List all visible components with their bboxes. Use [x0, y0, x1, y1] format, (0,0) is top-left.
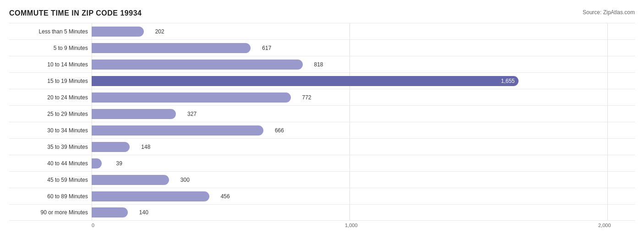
bar: 772 — [92, 92, 291, 103]
bar-row: 25 to 29 Minutes327 — [9, 105, 635, 122]
bar-area: 456 — [92, 188, 635, 204]
bar-row: 60 to 89 Minutes456 — [9, 188, 635, 204]
bar-label: 40 to 44 Minutes — [9, 160, 92, 167]
bar-value: 666 — [275, 127, 284, 134]
bar-row: 35 to 39 Minutes148 — [9, 138, 635, 155]
bar: 148 — [92, 142, 130, 152]
bar-area: 818 — [92, 56, 635, 72]
bar: 39 — [92, 158, 102, 168]
bar-area: 772 — [92, 89, 635, 105]
x-axis-label: 1,000 — [345, 223, 358, 228]
bar-label: Less than 5 Minutes — [9, 28, 92, 35]
bar-value: 1,655 — [501, 78, 515, 84]
x-axis-label: 0 — [92, 223, 94, 228]
bar-row: 20 to 24 Minutes772 — [9, 89, 635, 105]
bar-value: 617 — [262, 45, 271, 51]
bar-label: 30 to 34 Minutes — [9, 127, 92, 134]
bar-label: 35 to 39 Minutes — [9, 144, 92, 150]
x-axis-label: 2,000 — [598, 223, 611, 228]
bar-label: 5 to 9 Minutes — [9, 45, 92, 51]
bar-area: 666 — [92, 122, 635, 138]
bar: 202 — [92, 27, 144, 37]
bar-value: 772 — [302, 94, 311, 101]
bar-area: 39 — [92, 155, 635, 171]
bar-value: 327 — [187, 111, 196, 117]
bar-row: 45 to 59 Minutes300 — [9, 171, 635, 188]
bar-row: 40 to 44 Minutes39 — [9, 155, 635, 171]
bar-area: 617 — [92, 40, 635, 56]
bar-value: 202 — [155, 28, 164, 35]
bar-label: 45 to 59 Minutes — [9, 177, 92, 183]
bar-area: 1,655 — [92, 73, 635, 89]
bar-label: 20 to 24 Minutes — [9, 94, 92, 101]
bar-row: 10 to 14 Minutes818 — [9, 56, 635, 72]
x-axis: 01,0002,000 — [92, 223, 635, 232]
bar-area: 327 — [92, 106, 635, 122]
chart-container: COMMUTE TIME IN ZIP CODE 19934 Source: Z… — [0, 0, 644, 239]
bar-value: 456 — [221, 193, 230, 200]
bar-row: 15 to 19 Minutes1,655 — [9, 72, 635, 89]
bar-row: Less than 5 Minutes202 — [9, 23, 635, 39]
chart-title: COMMUTE TIME IN ZIP CODE 19934 — [9, 9, 142, 17]
bar-row: 30 to 34 Minutes666 — [9, 122, 635, 138]
bar-value: 39 — [116, 160, 122, 167]
bar-row: 5 to 9 Minutes617 — [9, 39, 635, 56]
bar: 666 — [92, 125, 263, 136]
bar: 1,655 — [92, 76, 518, 86]
bar: 456 — [92, 191, 209, 201]
bar-area: 202 — [92, 23, 635, 39]
bar-area: 148 — [92, 139, 635, 155]
bar: 818 — [92, 60, 303, 70]
bar-area: 300 — [92, 172, 635, 188]
bar-label: 25 to 29 Minutes — [9, 111, 92, 117]
chart-body: Less than 5 Minutes2025 to 9 Minutes6171… — [9, 23, 635, 221]
bar-label: 90 or more Minutes — [9, 209, 92, 216]
bar-value: 300 — [180, 177, 190, 183]
bar: 140 — [92, 207, 128, 217]
bar-value: 818 — [314, 61, 323, 68]
bar-value: 148 — [141, 144, 150, 150]
bar: 300 — [92, 175, 169, 185]
bar-label: 15 to 19 Minutes — [9, 78, 92, 84]
bar: 327 — [92, 109, 176, 119]
chart-source: Source: ZipAtlas.com — [583, 9, 635, 16]
bar-label: 10 to 14 Minutes — [9, 61, 92, 68]
chart-header: COMMUTE TIME IN ZIP CODE 19934 Source: Z… — [9, 9, 635, 17]
bar: 617 — [92, 43, 251, 53]
bar-area: 140 — [92, 205, 635, 220]
bar-value: 140 — [139, 209, 148, 216]
bar-label: 60 to 89 Minutes — [9, 193, 92, 200]
bar-row: 90 or more Minutes140 — [9, 204, 635, 221]
